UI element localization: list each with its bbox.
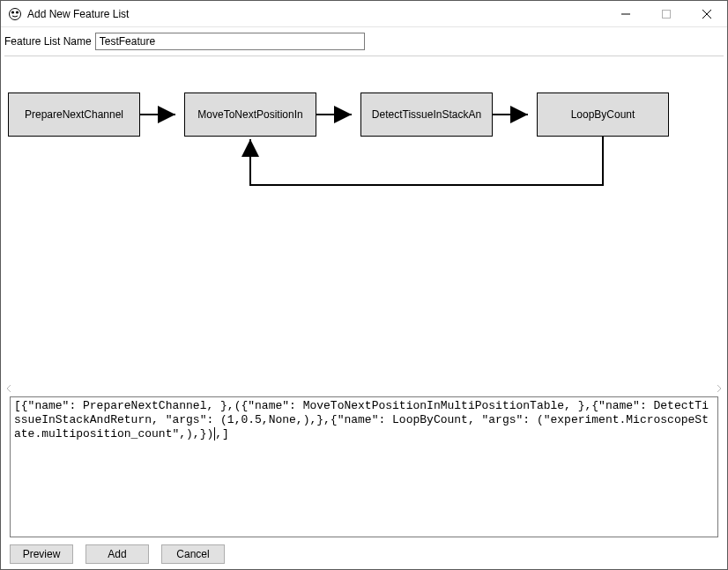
chevron-left-icon[interactable] bbox=[4, 384, 13, 393]
feature-code-textarea[interactable]: [{"name": PrepareNextChannel, },({"name"… bbox=[10, 396, 718, 537]
node-label: MoveToNextPositionIn bbox=[197, 108, 302, 121]
window-title: Add New Feature List bbox=[27, 8, 605, 20]
node-label: PrepareNextChannel bbox=[25, 108, 123, 121]
node-move-to-next-position[interactable]: MoveToNextPositionIn bbox=[184, 93, 316, 137]
button-label: Preview bbox=[23, 548, 61, 560]
node-loop-by-count[interactable]: LoopByCount bbox=[537, 93, 669, 137]
titlebar: Add New Feature List bbox=[1, 1, 727, 27]
maximize-button[interactable] bbox=[646, 1, 687, 27]
svg-point-2 bbox=[16, 11, 19, 13]
app-icon bbox=[8, 7, 22, 21]
node-detect-tissue-in-stack[interactable]: DetectTissueInStackAn bbox=[360, 93, 493, 137]
svg-rect-4 bbox=[663, 10, 671, 18]
code-text: [{"name": PrepareNextChannel, },({"name"… bbox=[14, 399, 709, 440]
feature-list-name-input[interactable] bbox=[95, 33, 365, 50]
node-label: DetectTissueInStackAn bbox=[372, 108, 481, 121]
code-tail: ,] bbox=[215, 427, 229, 440]
cancel-button[interactable]: Cancel bbox=[161, 544, 225, 564]
minimize-button[interactable] bbox=[605, 1, 646, 27]
canvas-horizontal-scrollbar[interactable] bbox=[4, 384, 724, 393]
node-prepare-next-channel[interactable]: PrepareNextChannel bbox=[8, 93, 140, 137]
svg-point-1 bbox=[11, 11, 14, 13]
diagram-canvas[interactable]: PrepareNextChannel MoveToNextPositionIn … bbox=[1, 56, 727, 382]
chevron-right-icon[interactable] bbox=[715, 384, 724, 393]
node-label: LoopByCount bbox=[571, 108, 635, 121]
svg-point-0 bbox=[10, 8, 21, 19]
preview-button[interactable]: Preview bbox=[10, 544, 73, 564]
button-row: Preview Add Cancel bbox=[10, 544, 225, 564]
form-row-name: Feature List Name bbox=[1, 27, 727, 54]
close-button[interactable] bbox=[687, 1, 727, 27]
add-button[interactable]: Add bbox=[85, 544, 149, 564]
button-label: Cancel bbox=[176, 548, 209, 560]
button-label: Add bbox=[108, 548, 126, 560]
name-label: Feature List Name bbox=[4, 35, 92, 48]
